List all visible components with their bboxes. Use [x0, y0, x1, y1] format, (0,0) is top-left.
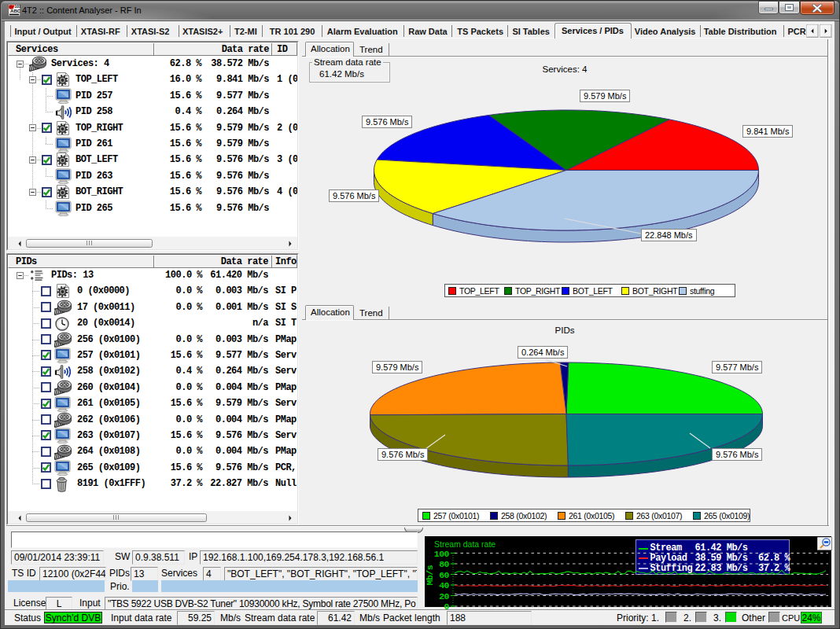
svg-text:ABC: ABC — [10, 8, 20, 13]
